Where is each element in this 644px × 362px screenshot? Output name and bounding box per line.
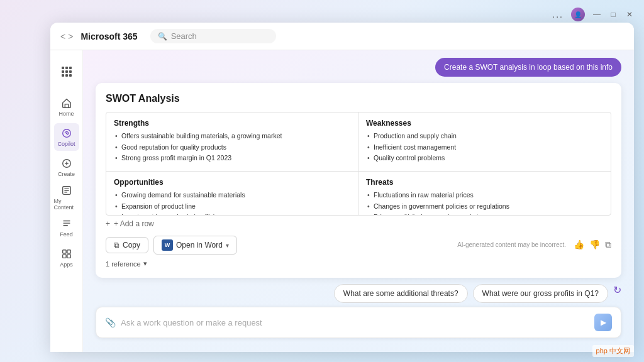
opportunities-heading: Opportunities: [114, 178, 350, 187]
card-footer: ⧉ Copy W Open in Word ▾ AI-generated con…: [106, 231, 611, 258]
list-item: Changes in government policies or regula…: [366, 202, 603, 211]
main-content: Create a SWOT analysis in loop based on …: [83, 50, 634, 352]
top-bar: < > Microsoft 365 🔍 Search: [50, 23, 634, 50]
list-item: Quality control problems: [366, 153, 603, 163]
svg-rect-7: [67, 255, 70, 258]
svg-rect-6: [62, 255, 65, 258]
create-icon: [60, 157, 73, 170]
user-avatar[interactable]: 👤: [571, 8, 585, 21]
weaknesses-list: Production and supply chain Inefficient …: [366, 131, 603, 163]
strengths-heading: Strengths: [114, 119, 350, 128]
svg-rect-4: [62, 250, 65, 253]
action-buttons: ⧉ Copy W Open in Word ▾: [106, 232, 237, 257]
swot-opportunities-cell: Opportunities Growing demand for sustain…: [106, 172, 358, 216]
open-word-label: Open in Word: [176, 241, 223, 250]
svg-rect-5: [67, 250, 70, 253]
sidebar-content-label: My Content: [54, 198, 79, 211]
ai-disclaimer: AI-generated content may be incorrect.: [457, 241, 566, 248]
sidebar-home-label: Home: [58, 111, 74, 117]
feedback-icons: 👍 👎 ⧉: [574, 239, 611, 250]
search-box[interactable]: 🔍 Search: [150, 29, 276, 43]
chat-input-placeholder: Ask a work question or make a request: [121, 318, 589, 327]
thumbs-down-icon[interactable]: 👎: [589, 239, 600, 250]
swot-strengths-cell: Strengths Offers sustainable building ma…: [106, 112, 358, 172]
sidebar-create-label: Create: [58, 171, 75, 177]
sidebar: Home Copilot: [50, 50, 83, 352]
swot-threats-cell: Threats Fluctuations in raw material pri…: [358, 172, 611, 216]
swot-title: SWOT Analysis: [106, 93, 611, 104]
swot-weaknesses-cell: Weaknesses Production and supply chain I…: [358, 112, 611, 172]
attachment-icon[interactable]: 📎: [105, 317, 116, 327]
sidebar-item-create[interactable]: Create: [54, 153, 79, 181]
app-body: Home Copilot: [50, 50, 634, 352]
window-dots: ...: [552, 9, 564, 19]
send-icon: ▶: [601, 318, 606, 327]
suggestion-chip-profits[interactable]: What were our gross profits in Q1?: [473, 284, 608, 303]
reference-label: 1 reference: [106, 260, 141, 268]
copy-button[interactable]: ⧉ Copy: [106, 237, 148, 253]
threats-list: Fluctuations in raw material prices Chan…: [366, 190, 603, 216]
list-item: Production and supply chain: [366, 131, 603, 141]
sidebar-item-apps[interactable]: Apps: [54, 244, 79, 272]
send-button[interactable]: ▶: [594, 314, 612, 331]
list-item: Fluctuations in raw material prices: [366, 190, 603, 200]
add-row-label: + Add a row: [114, 219, 154, 228]
grid-icon: [60, 65, 73, 78]
threats-heading: Threats: [366, 178, 603, 187]
weaknesses-heading: Weaknesses: [366, 119, 603, 128]
copy-label: Copy: [123, 241, 140, 250]
chat-input-area: 📎 Ask a work question or make a request …: [96, 307, 621, 338]
swot-grid: Strengths Offers sustainable building ma…: [106, 112, 611, 216]
create-swot-button[interactable]: Create a SWOT analysis in loop based on …: [435, 58, 621, 77]
nav-arrows: < >: [60, 31, 73, 41]
nav-forward[interactable]: >: [68, 31, 73, 41]
feed-icon: [60, 217, 73, 230]
add-row-icon: +: [106, 219, 110, 228]
copy-feedback-icon[interactable]: ⧉: [605, 239, 611, 250]
apps-icon: [60, 248, 73, 260]
watermark: php 中文网: [592, 345, 634, 357]
sidebar-apps-label: Apps: [60, 261, 73, 268]
swot-card: SWOT Analysis Strengths Offers sustainab…: [96, 83, 621, 278]
chat-suggestions: What are some additional threats? What w…: [96, 278, 621, 307]
minimize-button[interactable]: —: [592, 10, 601, 19]
refresh-icon[interactable]: ↻: [613, 284, 621, 303]
svg-point-1: [65, 133, 67, 134]
content-icon: [60, 184, 73, 197]
nav-back[interactable]: <: [60, 31, 65, 41]
dropdown-arrow-icon: ▾: [226, 242, 229, 249]
copy-icon: ⧉: [114, 241, 119, 250]
app-title: Microsoft 365: [80, 31, 137, 41]
sidebar-item-mycontent[interactable]: My Content: [54, 184, 79, 211]
maximize-button[interactable]: □: [609, 10, 618, 19]
open-word-button[interactable]: W Open in Word ▾: [153, 236, 237, 255]
list-item: Strong gross profit margin in Q1 2023: [114, 153, 350, 163]
close-button[interactable]: ✕: [625, 10, 634, 19]
copilot-icon: [60, 127, 73, 140]
list-item: Offers sustainable building materials, a…: [114, 131, 350, 141]
reference-chevron-icon: ▾: [143, 260, 147, 268]
search-icon: 🔍: [158, 32, 167, 41]
list-item: Growing demand for sustainable materials: [114, 190, 350, 200]
list-item: Expansion of product line: [114, 202, 350, 211]
thumbs-up-icon[interactable]: 👍: [574, 239, 584, 250]
home-icon: [60, 97, 73, 109]
reference-row[interactable]: 1 reference ▾: [106, 258, 611, 268]
opportunities-list: Growing demand for sustainable materials…: [114, 190, 350, 216]
search-placeholder-text: Search: [171, 31, 197, 41]
sidebar-item-grid[interactable]: [54, 58, 79, 85]
list-item: Inefficient cost management: [366, 143, 603, 152]
sidebar-item-feed[interactable]: Feed: [54, 214, 79, 241]
add-row[interactable]: + + Add a row: [106, 216, 611, 231]
sidebar-item-home[interactable]: Home: [54, 93, 79, 121]
list-item: Good reputation for quality products: [114, 143, 350, 152]
app-container: < > Microsoft 365 🔍 Search: [50, 23, 634, 352]
sidebar-copilot-label: Copilot: [57, 141, 75, 147]
suggestion-chip-threats[interactable]: What are some additional threats?: [334, 284, 468, 303]
sidebar-item-copilot[interactable]: Copilot: [54, 123, 79, 151]
sidebar-feed-label: Feed: [60, 231, 73, 238]
strengths-list: Offers sustainable building materials, a…: [114, 131, 350, 163]
word-icon: W: [162, 239, 173, 251]
window-chrome: ... 👤 — □ ✕: [552, 8, 634, 21]
